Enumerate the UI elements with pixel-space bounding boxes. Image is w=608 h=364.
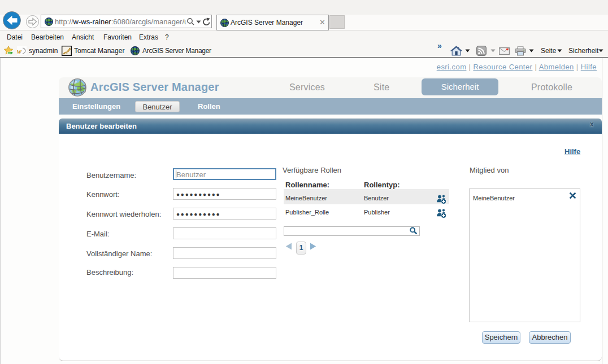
svg-text:w: w [17,47,22,55]
